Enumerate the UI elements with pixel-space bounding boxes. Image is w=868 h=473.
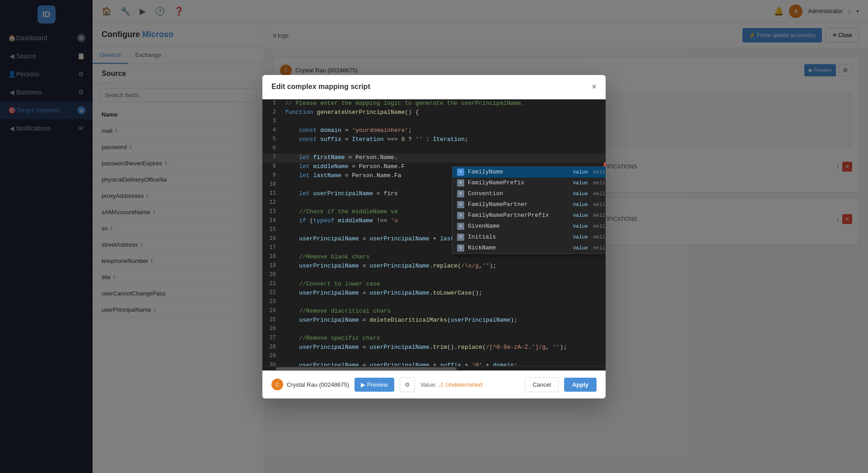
line-num: 10 <box>262 181 280 190</box>
code-scrollbar-thumb[interactable] <box>276 367 457 370</box>
line-content: userPrincipalName = deleteDiacriticalMar… <box>280 316 606 325</box>
autocomplete-item-givenname[interactable]: V GivenName Value HelloID <box>453 221 606 232</box>
line-num: 30 <box>262 361 280 366</box>
autocomplete-item-type: Value <box>573 169 588 175</box>
modal-body: 1 // Please enter the mapping logic to g… <box>262 99 606 370</box>
code-line-28: 28 userPrincipalName = userPrincipalName… <box>262 343 606 352</box>
line-num: 21 <box>262 280 280 289</box>
autocomplete-item-type: Value <box>573 224 588 229</box>
autocomplete-item-type: Value <box>573 202 588 207</box>
line-content: userPrincipalName = userPrincipalName.re… <box>280 262 606 271</box>
line-num: 6 <box>262 145 280 154</box>
autocomplete-item-name: FamilyName <box>468 169 568 175</box>
autocomplete-item-icon: V <box>457 169 464 176</box>
line-num: 19 <box>262 262 280 271</box>
line-num: 23 <box>262 298 280 307</box>
line-num: 29 <box>262 352 280 361</box>
footer-user-avatar: C <box>271 379 283 390</box>
autocomplete-item-convention[interactable]: V Convention Value HelloID <box>453 188 606 199</box>
autocomplete-item-familynameprefix[interactable]: V FamilyNamePrefix Value HelloID <box>453 178 606 188</box>
line-num: 22 <box>262 289 280 298</box>
autocomplete-item-icon: V <box>457 201 464 208</box>
line-num: 5 <box>262 136 280 145</box>
line-content <box>280 325 606 334</box>
footer-cancel-button[interactable]: Cancel <box>525 377 558 392</box>
line-num: 27 <box>262 334 280 343</box>
footer-apply-button[interactable]: Apply <box>564 378 597 392</box>
line-num: 4 <box>262 126 280 136</box>
line-content: //Remove specific chars <box>280 334 606 343</box>
code-editor[interactable]: 1 // Please enter the mapping logic to g… <box>262 99 606 366</box>
autocomplete-item-source: HelloID <box>593 191 606 197</box>
autocomplete-item-type: Value <box>573 234 588 240</box>
line-num: 12 <box>262 199 280 208</box>
code-line-18: 18 //Remove blank chars <box>262 253 606 262</box>
line-content: userPrincipalName = userPrincipalName + … <box>280 361 606 366</box>
line-content: const domain = 'yourdomainhere'; <box>280 126 606 136</box>
code-line-29: 29 <box>262 352 606 361</box>
footer-preview-button[interactable]: ▶ Preview <box>355 378 394 392</box>
line-num: 17 <box>262 244 280 253</box>
line-content <box>280 145 606 154</box>
line-content: //Remove diacritical chars <box>280 307 606 316</box>
code-line-2: 2 function generateUserPrincipalName() { <box>262 108 606 117</box>
autocomplete-item-icon: V <box>457 179 464 187</box>
line-num: 3 <box>262 117 280 126</box>
line-content <box>280 352 606 361</box>
line-num: 8 <box>262 163 280 172</box>
autocomplete-item-familynamepartnerprefix[interactable]: V FamilyNamePartnerPrefix Value HelloID <box>453 210 606 221</box>
line-num: 7 <box>262 154 280 163</box>
autocomplete-item-source: HelloID <box>593 169 606 175</box>
line-num: 25 <box>262 316 280 325</box>
footer-gear-button[interactable]: ⚙ <box>400 377 415 392</box>
code-line-25: 25 userPrincipalName = deleteDiacritical… <box>262 316 606 325</box>
autocomplete-item-source: HelloID <box>593 180 606 186</box>
line-content: //Convert to lower case <box>280 280 606 289</box>
value-warning: ⚠ Undetermined <box>439 381 482 388</box>
autocomplete-item-familyname[interactable]: V FamilyName Value HelloID <box>453 167 606 178</box>
line-num: 9 <box>262 172 280 181</box>
line-content: let firstName = Person.Name. <box>280 154 606 163</box>
autocomplete-item-initials[interactable]: V Initials Value HelloID <box>453 232 606 243</box>
line-num: 15 <box>262 226 280 235</box>
autocomplete-item-icon: V <box>457 234 464 241</box>
line-num: 18 <box>262 253 280 262</box>
line-num: 2 <box>262 108 280 117</box>
autocomplete-item-icon: V <box>457 190 464 197</box>
autocomplete-item-name: Initials <box>468 234 568 240</box>
autocomplete-item-name: FamilyNamePartnerPrefix <box>468 212 568 219</box>
line-content: function generateUserPrincipalName() { <box>280 108 606 117</box>
autocomplete-item-type: Value <box>573 213 588 218</box>
autocomplete-item-name: NickName <box>468 244 568 251</box>
code-line-4: 4 const domain = 'yourdomainhere'; <box>262 126 606 136</box>
line-num: 16 <box>262 235 280 244</box>
modal-close-button[interactable]: × <box>592 82 597 92</box>
edit-script-modal: Edit complex mapping script × 1 // Pleas… <box>262 75 606 398</box>
footer-user-name: Crystal Rau (00248675) <box>287 381 349 388</box>
line-content <box>280 117 606 126</box>
autocomplete-item-nickname[interactable]: V NickName Value HelloID <box>453 243 606 253</box>
code-line-21: 21 //Convert to lower case <box>262 280 606 289</box>
modal-overlay: Edit complex mapping script × 1 // Pleas… <box>0 0 868 473</box>
autocomplete-item-type: Value <box>573 180 588 186</box>
code-line-22: 22 userPrincipalName = userPrincipalName… <box>262 289 606 298</box>
code-line-24: 24 //Remove diacritical chars <box>262 307 606 316</box>
autocomplete-item-source: HelloID <box>593 213 606 218</box>
code-line-26: 26 <box>262 325 606 334</box>
autocomplete-item-familynamepartner[interactable]: V FamilyNamePartner Value HelloID <box>453 199 606 210</box>
line-content: const suffix = Iteration === 0 ? '' : It… <box>280 136 606 145</box>
line-num: 20 <box>262 271 280 280</box>
autocomplete-item-type: Value <box>573 245 588 251</box>
autocomplete-item-icon: V <box>457 212 464 219</box>
autocomplete-item-source: HelloID <box>593 234 606 240</box>
footer-user: C Crystal Rau (00248675) <box>271 379 349 390</box>
code-line-27: 27 //Remove specific chars <box>262 334 606 343</box>
line-num: 11 <box>262 190 280 199</box>
code-line-20: 20 <box>262 271 606 280</box>
modal-title: Edit complex mapping script <box>271 83 370 91</box>
code-scrollbar[interactable] <box>262 366 606 370</box>
line-content <box>280 298 606 307</box>
code-line-1: 1 // Please enter the mapping logic to g… <box>262 99 606 108</box>
line-content: userPrincipalName = userPrincipalName.tr… <box>280 343 606 352</box>
modal-footer: C Crystal Rau (00248675) ▶ Preview ⚙ Val… <box>262 370 606 398</box>
